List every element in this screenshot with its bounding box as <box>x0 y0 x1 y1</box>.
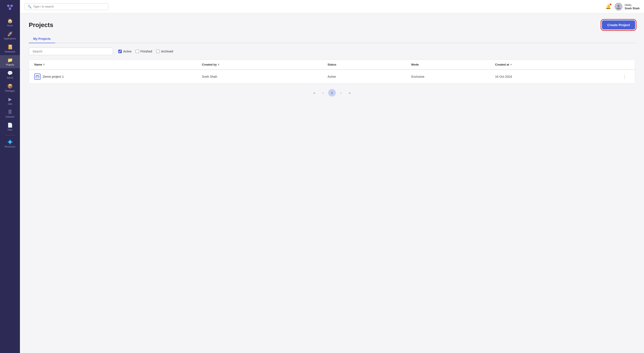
sidebar-item-projects[interactable]: 📁 Projects <box>0 55 20 68</box>
search-icon: 🔍 <box>28 5 32 8</box>
sidebar-item-datasets[interactable]: 🗄 Datasets <box>0 108 20 120</box>
projects-table: Name ⬍ Created by ⬍ Status Mode Created … <box>29 60 635 84</box>
topbar: 🔍 🔔 Hello, Sneh Shah <box>20 0 644 13</box>
sidebar-item-resources[interactable]: 💠 Resources <box>0 137 20 150</box>
sort-icon-created-at: ▼ <box>510 63 512 66</box>
project-icon <box>34 74 40 80</box>
row-status: Active <box>328 75 411 78</box>
filter-archived-checkbox[interactable] <box>156 50 160 53</box>
row-created-by: Sneh Shah <box>202 75 328 78</box>
content: Projects Create Project My Projects Acti… <box>20 13 644 353</box>
jobs-icon: ▶ <box>8 96 12 102</box>
filter-active[interactable]: Active <box>118 50 132 53</box>
pagination-next[interactable]: › <box>337 89 344 96</box>
page-title: Projects <box>29 22 53 28</box>
sidebar-item-jobs[interactable]: ▶ Jobs <box>0 94 20 108</box>
global-search-input[interactable] <box>33 5 105 8</box>
pagination-last[interactable]: » <box>346 89 354 96</box>
row-more-button[interactable]: ⋮ <box>621 73 628 80</box>
sidebar-label-packages: Packages <box>5 90 15 92</box>
row-created-at: 16 Oct 2024 <box>495 75 621 78</box>
datasets-icon: 🗄 <box>8 110 12 115</box>
sidebar-item-packages[interactable]: 📦 Packages <box>0 81 20 94</box>
notebooks-icon: 📔 <box>7 44 13 50</box>
sidebar-label-files: Files <box>8 129 12 131</box>
svg-point-6 <box>618 5 620 7</box>
ask-ai-icon: 💬 <box>7 70 13 76</box>
filter-finished-checkbox[interactable] <box>136 50 139 53</box>
filter-archived[interactable]: Archived <box>156 50 173 53</box>
col-header-created-at[interactable]: Created at ▼ <box>495 63 621 66</box>
global-search-box[interactable]: 🔍 <box>24 3 108 10</box>
svg-rect-8 <box>36 76 39 78</box>
user-name: Sneh Shah <box>625 7 640 10</box>
col-header-name[interactable]: Name ⬍ <box>34 63 202 66</box>
notifications-button[interactable]: 🔔 <box>606 4 611 9</box>
filter-row: Active Finished Archived <box>29 48 635 55</box>
sidebar-label-datasets: Datasets <box>6 116 14 118</box>
sidebar-label-applications: Applications <box>4 38 16 40</box>
avatar <box>614 3 622 11</box>
row-name: Demo project 1 <box>34 74 202 80</box>
notification-badge <box>610 4 612 5</box>
sidebar-label-home: Home <box>7 24 13 27</box>
topbar-right: 🔔 Hello, Sneh Shah <box>606 3 640 11</box>
col-header-mode: Mode <box>411 63 495 66</box>
sort-icon-name: ⬍ <box>43 63 45 66</box>
sidebar-label-jobs: Jobs <box>8 103 12 105</box>
svg-point-7 <box>616 8 620 9</box>
filter-finished-label: Finished <box>140 50 152 53</box>
applications-icon: 🚀 <box>7 31 13 36</box>
home-icon: 🏠 <box>7 18 13 24</box>
sidebar-item-ask-ai[interactable]: 💬 Ask AI <box>0 68 20 81</box>
pagination-first[interactable]: « <box>310 89 318 96</box>
filter-archived-label: Archived <box>161 50 173 53</box>
tabs: My Projects <box>29 35 635 43</box>
app-logo[interactable] <box>5 3 15 12</box>
sidebar-item-notebooks[interactable]: 📔 Notebooks <box>0 42 20 55</box>
sidebar-item-files[interactable]: 📄 Files <box>0 120 20 133</box>
table-header: Name ⬍ Created by ⬍ Status Mode Created … <box>29 60 635 70</box>
sidebar-label-resources: Resources <box>5 146 15 148</box>
project-search-input[interactable] <box>29 48 113 55</box>
row-mode: Exclusive <box>411 75 495 78</box>
pagination-page-1[interactable]: 1 <box>328 89 336 96</box>
sidebar-item-home[interactable]: 🏠 Home <box>0 16 20 29</box>
tab-my-projects[interactable]: My Projects <box>29 35 55 43</box>
sidebar-item-applications[interactable]: 🚀 Applications <box>0 29 20 42</box>
checkbox-group: Active Finished Archived <box>118 50 173 53</box>
sidebar-label-projects: Projects <box>6 64 14 66</box>
projects-icon: 📁 <box>7 57 13 63</box>
sidebar-label-ask-ai: Ask AI <box>7 76 13 79</box>
col-header-created-by[interactable]: Created by ⬍ <box>202 63 328 66</box>
user-greeting: Hello, Sneh Shah <box>625 3 640 10</box>
svg-rect-10 <box>38 75 38 76</box>
svg-rect-9 <box>36 75 37 76</box>
sidebar-divider <box>5 135 15 135</box>
packages-icon: 📦 <box>7 84 13 89</box>
main-container: 🔍 🔔 Hello, Sneh Shah <box>20 0 644 353</box>
filter-active-label: Active <box>123 50 132 53</box>
pagination: « ‹ 1 › » <box>29 89 635 96</box>
col-header-actions <box>621 63 630 66</box>
pagination-prev[interactable]: ‹ <box>319 89 327 96</box>
sidebar-label-notebooks: Notebooks <box>5 50 15 53</box>
filter-finished[interactable]: Finished <box>136 50 152 53</box>
create-project-button[interactable]: Create Project <box>602 20 635 30</box>
sort-icon-created-by: ⬍ <box>218 63 220 66</box>
page-header: Projects Create Project <box>29 20 635 30</box>
table-row: Demo project 1 Sneh Shah Active Exclusiv… <box>29 70 635 84</box>
row-actions: ⋮ <box>621 73 630 80</box>
sidebar: 🏠 Home 🚀 Applications 📔 Notebooks 📁 Proj… <box>0 0 20 353</box>
col-header-status: Status <box>328 63 411 66</box>
user-area[interactable]: Hello, Sneh Shah <box>614 3 640 11</box>
files-icon: 📄 <box>7 122 13 128</box>
filter-active-checkbox[interactable] <box>118 50 122 53</box>
resources-icon: 💠 <box>7 139 13 144</box>
